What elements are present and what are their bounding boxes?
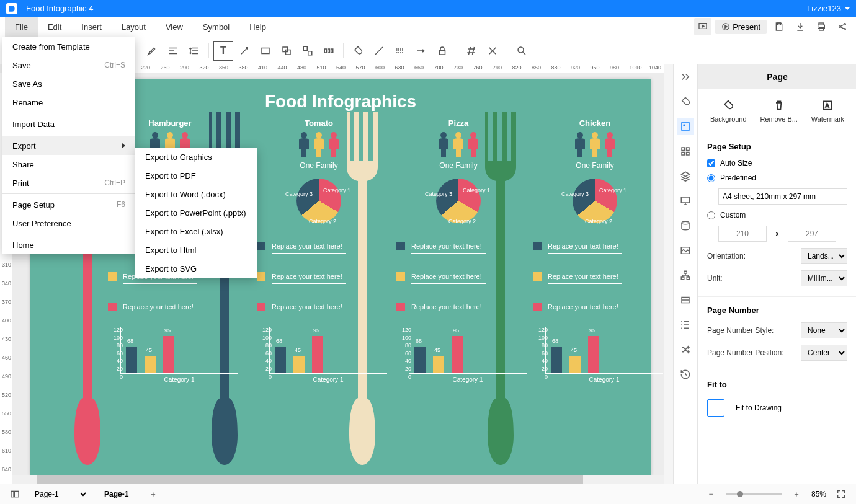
data-icon[interactable] — [677, 217, 694, 234]
export-export-to-graphics[interactable]: Export to Graphics — [135, 148, 257, 166]
present-button[interactable]: Present — [715, 20, 767, 34]
export-export-to-excel-xlsx-[interactable]: Export to Excel (.xlsx) — [135, 222, 257, 241]
arrow-style-icon[interactable] — [412, 42, 430, 60]
tag-icon[interactable] — [677, 291, 694, 309]
file-menu-page-setup[interactable]: Page SetupF6 — [2, 195, 135, 214]
background-action[interactable]: Background — [710, 99, 747, 123]
print-icon[interactable] — [813, 18, 830, 35]
download-icon[interactable] — [791, 18, 809, 35]
page-number-heading: Page Number — [707, 306, 847, 315]
file-dropdown: Create from TemplateSaveCtrl+SSave AsRen… — [2, 37, 135, 254]
pn-pos-select[interactable]: Center — [801, 345, 847, 361]
page-tab[interactable]: Page-1 — [97, 484, 136, 505]
theme-icon[interactable] — [677, 93, 694, 110]
menu-insert[interactable]: Insert — [71, 17, 112, 37]
file-menu-home[interactable]: Home — [2, 236, 135, 254]
lock-icon[interactable] — [433, 42, 452, 60]
shuffle-icon[interactable] — [677, 341, 694, 358]
connector-icon[interactable] — [235, 42, 254, 60]
svg-rect-46 — [11, 491, 14, 497]
sitemap-icon[interactable] — [677, 267, 694, 284]
file-menu-rename[interactable]: Rename — [2, 93, 135, 112]
group-icon[interactable] — [277, 42, 296, 60]
distribute-icon[interactable] — [319, 42, 338, 60]
outline-toggle-icon[interactable] — [6, 485, 24, 503]
grid-icon[interactable] — [677, 143, 694, 160]
slideshow-icon[interactable] — [694, 18, 711, 35]
tools-icon[interactable] — [483, 42, 502, 60]
predefined-radio[interactable] — [707, 174, 715, 182]
custom-radio[interactable] — [707, 211, 715, 219]
export-export-to-word-docx-[interactable]: Export to Word (.docx) — [135, 185, 257, 203]
file-menu-user-preference[interactable]: User Preference — [2, 214, 135, 232]
file-menu-print[interactable]: PrintCtrl+P — [2, 174, 135, 192]
infographic-column[interactable]: ChickenOne FamilyCategory 1Category 2Cat… — [527, 118, 663, 389]
custom-height-input[interactable] — [788, 226, 836, 242]
pn-pos-label: Page Number Position: — [707, 348, 796, 357]
export-export-to-svg[interactable]: Export to SVG — [135, 259, 257, 278]
predefined-value-input[interactable] — [718, 188, 847, 205]
fit-drawing-icon[interactable] — [707, 399, 724, 417]
line-style-icon[interactable] — [391, 42, 409, 60]
auto-size-checkbox[interactable] — [707, 159, 715, 167]
text-tool-icon[interactable]: T — [214, 42, 233, 60]
image-icon[interactable] — [677, 242, 694, 259]
export-export-to-pdf[interactable]: Export to PDF — [135, 166, 257, 185]
zoom-slider[interactable] — [726, 493, 782, 495]
layers-icon[interactable] — [677, 167, 694, 185]
save-icon[interactable] — [770, 18, 788, 35]
menu-edit[interactable]: Edit — [38, 17, 71, 37]
menu-view[interactable]: View — [156, 17, 193, 37]
export-export-to-powerpoint-pptx-[interactable]: Export to PowerPoint (.pptx) — [135, 203, 257, 222]
file-menu-save-as[interactable]: Save As — [2, 74, 135, 93]
caret-down-icon — [845, 7, 850, 10]
settings-icon[interactable] — [462, 42, 481, 60]
pn-style-select[interactable]: None — [801, 322, 847, 338]
horizontal-scrollbar[interactable] — [12, 475, 664, 484]
line-tool-icon[interactable] — [370, 42, 388, 60]
user-menu[interactable]: Lizzie123 — [807, 4, 850, 13]
page-panel-icon[interactable] — [677, 118, 694, 135]
svg-point-7 — [844, 24, 846, 25]
file-menu-share[interactable]: Share — [2, 155, 135, 174]
orientation-label: Orientation: — [707, 252, 796, 260]
page-select[interactable]: Page-1 — [32, 489, 88, 499]
menu-layout[interactable]: Layout — [112, 17, 156, 37]
file-menu-save[interactable]: SaveCtrl+S — [2, 56, 135, 74]
zoom-in-icon[interactable]: ＋ — [788, 485, 805, 503]
export-export-to-html[interactable]: Export to Html — [135, 241, 257, 259]
fit-drawing-label[interactable]: Fit to Drawing — [736, 404, 782, 412]
line-spacing-icon[interactable] — [185, 42, 203, 60]
ungroup-icon[interactable] — [298, 42, 317, 60]
search-icon[interactable] — [512, 42, 531, 60]
highlight-icon[interactable] — [143, 42, 161, 60]
orientation-select[interactable]: Lands... — [801, 248, 847, 264]
rect-icon[interactable] — [256, 42, 275, 60]
expand-rail-icon[interactable] — [677, 68, 694, 86]
file-menu-create-from-template[interactable]: Create from Template — [2, 37, 135, 56]
file-menu-export[interactable]: Export — [2, 136, 135, 155]
file-menu-import-data[interactable]: Import Data — [2, 115, 135, 133]
outline-icon[interactable] — [677, 316, 694, 334]
share-icon[interactable] — [834, 18, 851, 35]
align-icon[interactable] — [164, 42, 182, 60]
svg-rect-17 — [440, 50, 445, 55]
menu-symbol[interactable]: Symbol — [193, 17, 239, 37]
add-page-icon[interactable]: ＋ — [145, 485, 162, 503]
zoom-out-icon[interactable]: − — [702, 485, 720, 503]
custom-width-input[interactable] — [718, 226, 767, 242]
infographic-column[interactable]: PizzaOne FamilyCategory 1Category 2Categ… — [390, 118, 527, 389]
presentation-icon[interactable] — [677, 192, 694, 210]
svg-point-6 — [839, 26, 841, 28]
menu-help[interactable]: Help — [239, 17, 276, 37]
svg-point-38 — [682, 221, 689, 224]
unit-select[interactable]: Millim... — [801, 270, 847, 286]
fill-color-icon[interactable] — [349, 42, 367, 60]
menu-file[interactable]: File — [5, 17, 38, 37]
history-icon[interactable] — [677, 366, 694, 383]
remove-bg-action[interactable]: Remove B... — [760, 99, 798, 123]
infographic-column[interactable]: TomatoOne FamilyCategory 1Category 2Cate… — [251, 118, 387, 389]
fullscreen-icon[interactable] — [832, 485, 850, 503]
watermark-action[interactable]: AWatermark — [811, 99, 844, 123]
svg-rect-16 — [331, 49, 333, 53]
